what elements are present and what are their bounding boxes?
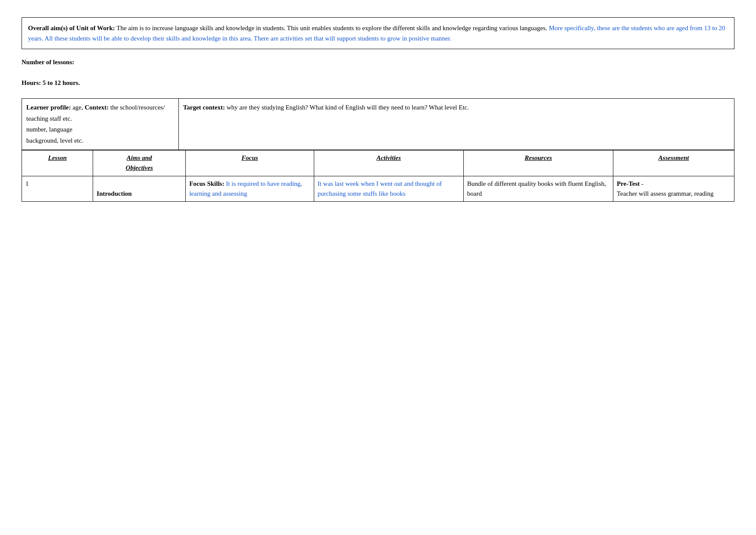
activities-text: It was last week when I went out and tho… — [318, 180, 442, 197]
intro-label: Introduction — [97, 190, 131, 197]
learner-context-bold: Context: — [85, 104, 109, 111]
assessment-dash: - — [640, 180, 644, 187]
table-row: 1 Introduction Focus Skills: It is requi… — [22, 176, 734, 202]
overall-aim-black-text: The aim is to increase language skills a… — [115, 25, 547, 31]
overall-aim-section: Overall aim(s) of Unit of Work: The aim … — [22, 17, 734, 49]
aims-cell: Introduction — [93, 176, 186, 202]
activities-cell: It was last week when I went out and tho… — [314, 176, 463, 202]
header-focus: Focus — [186, 150, 314, 176]
focus-cell: Focus Skills: It is required to have rea… — [186, 176, 314, 202]
learner-line3: background, level etc. — [26, 137, 83, 144]
header-aims: Aims andObjectives — [93, 150, 186, 176]
hours-section: Hours: 5 to 12 hours. — [22, 68, 734, 91]
learner-profile-text: age, — [71, 104, 83, 111]
focus-bold1: Focus — [189, 180, 206, 187]
target-label-bold: Target context: — [183, 104, 225, 111]
assessment-text: Teacher will assess grammar, reading — [617, 190, 714, 197]
learner-line2: number, language — [26, 126, 72, 133]
hours-label: Hours: 5 to 12 hours. — [22, 79, 80, 86]
lessons-label: Number of lessons: — [22, 59, 74, 66]
learner-target-table: Learner profile: age, Context: the schoo… — [22, 98, 734, 150]
resources-cell: Bundle of different quality books with f… — [463, 176, 613, 202]
target-text: why are they studying English? What kind… — [225, 104, 469, 111]
header-lesson: Lesson — [22, 150, 93, 176]
focus-bold2: Skills: — [207, 180, 224, 187]
table-header-row: Lesson Aims andObjectives Focus Activiti… — [22, 150, 734, 176]
header-activities: Activities — [314, 150, 463, 176]
lessons-section: Number of lessons: — [22, 55, 734, 68]
assessment-cell: Pre-Test - Teacher will assess grammar, … — [613, 176, 734, 202]
learner-label-bold: Learner — [26, 104, 49, 111]
learner-cell: Learner profile: age, Context: the schoo… — [22, 99, 179, 150]
overall-aim-label: Overall aim(s) of Unit of Work: — [28, 25, 115, 31]
resources-text: Bundle of different quality books with f… — [467, 180, 606, 197]
header-assessment: Assessment — [613, 150, 734, 176]
assessment-pretest-bold: Pre-Test — [617, 180, 640, 187]
header-resources: Resources — [463, 150, 613, 176]
target-cell: Target context: why are they studying En… — [178, 99, 734, 150]
focus-text: It is required to have reading, learning… — [189, 180, 302, 197]
lesson-number: 1 — [22, 176, 93, 202]
main-table: Lesson Aims andObjectives Focus Activiti… — [22, 150, 734, 202]
learner-profile-bold: profile: — [50, 104, 71, 111]
